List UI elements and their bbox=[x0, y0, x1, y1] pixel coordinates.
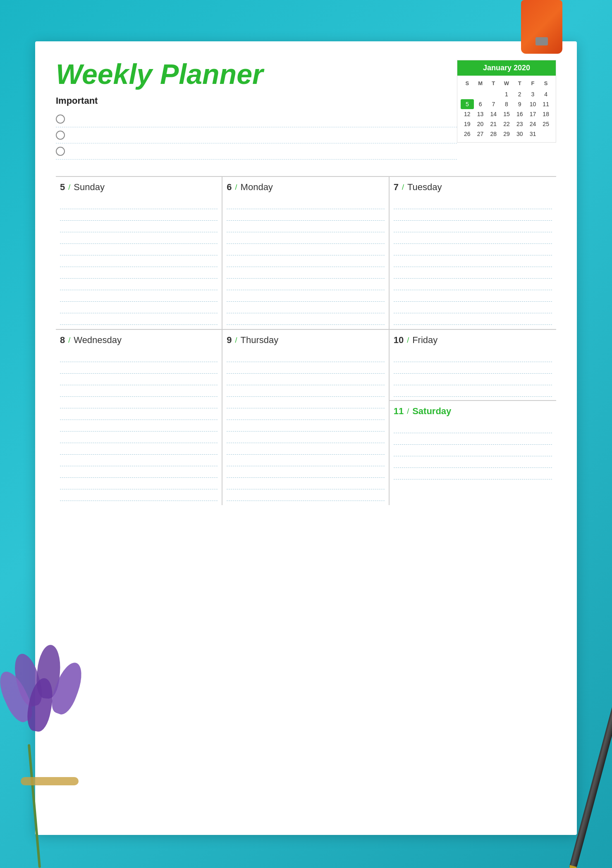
tuesday-lines bbox=[394, 198, 552, 325]
friday-name: Friday bbox=[412, 335, 437, 346]
cal-label-w: W bbox=[500, 79, 513, 88]
cal-week-1: 1 2 3 4 bbox=[461, 89, 552, 99]
wednesday-slash: / bbox=[68, 336, 70, 345]
monday-slash: / bbox=[235, 183, 237, 192]
page-title: Weekly Planner bbox=[56, 60, 457, 88]
day-tuesday: 7 / Tuesday bbox=[390, 177, 556, 329]
checkbox-1[interactable] bbox=[56, 114, 65, 124]
cal-week-2: 5 6 7 8 9 10 11 bbox=[461, 99, 552, 109]
cal-label-s2: S bbox=[539, 79, 552, 88]
calendar-header: January 2020 bbox=[457, 60, 556, 76]
monday-lines bbox=[227, 198, 384, 325]
cal-week-3: 12 13 14 15 16 17 18 bbox=[461, 109, 552, 119]
monday-header: 6 / Monday bbox=[227, 182, 384, 193]
cal-label-f: F bbox=[526, 79, 540, 88]
day-thursday: 9 / Thursday bbox=[222, 330, 389, 505]
planner-page: Weekly Planner Important January bbox=[35, 41, 577, 835]
calendar-day-labels: S M T W T F S bbox=[461, 79, 552, 88]
sunday-slash: / bbox=[68, 183, 70, 192]
header-left: Weekly Planner Important bbox=[56, 60, 457, 166]
checkbox-row-2 bbox=[56, 127, 457, 143]
checkbox-2[interactable] bbox=[56, 131, 65, 140]
monday-name: Monday bbox=[241, 182, 273, 193]
wednesday-name: Wednesday bbox=[74, 335, 122, 346]
thursday-slash: / bbox=[235, 336, 237, 345]
thursday-header: 9 / Thursday bbox=[227, 335, 384, 346]
friday-lines bbox=[394, 351, 552, 397]
important-section: Important bbox=[56, 95, 457, 160]
day-friday-saturday-column: 10 / Friday 11 / Saturday bbox=[390, 330, 556, 505]
sunday-lines bbox=[60, 198, 218, 325]
thursday-lines bbox=[227, 351, 384, 501]
thursday-num: 9 bbox=[227, 335, 232, 346]
day-sunday: 5 / Sunday bbox=[56, 177, 222, 329]
monday-num: 6 bbox=[227, 182, 232, 193]
calendar-grid: S M T W T F S 1 2 3 4 bbox=[457, 76, 556, 142]
day-friday: 10 / Friday bbox=[390, 330, 556, 401]
cal-label-s1: S bbox=[461, 79, 474, 88]
mini-calendar: January 2020 S M T W T F S 1 2 3 bbox=[457, 60, 556, 143]
sunday-header: 5 / Sunday bbox=[60, 182, 218, 193]
day-wednesday: 8 / Wednesday bbox=[56, 330, 222, 505]
wednesday-num: 8 bbox=[60, 335, 65, 346]
sunday-num: 5 bbox=[60, 182, 65, 193]
sharpener-decoration bbox=[521, 0, 562, 54]
important-label: Important bbox=[56, 95, 457, 106]
tuesday-slash: / bbox=[402, 183, 404, 192]
cal-label-m: M bbox=[474, 79, 487, 88]
tuesday-header: 7 / Tuesday bbox=[394, 182, 552, 193]
thursday-name: Thursday bbox=[241, 335, 279, 346]
days-bottom-row: 8 / Wednesday 9 bbox=[56, 329, 556, 505]
friday-header: 10 / Friday bbox=[394, 335, 552, 346]
planner-header: Weekly Planner Important January bbox=[56, 60, 556, 166]
cal-week-5: 26 27 28 29 30 31 bbox=[461, 129, 552, 139]
day-saturday: 11 / Saturday bbox=[390, 401, 556, 505]
day-monday: 6 / Monday bbox=[222, 177, 389, 329]
days-top-row: 5 / Sunday 6 / Monday bbox=[56, 176, 556, 329]
sunday-name: Sunday bbox=[74, 182, 105, 193]
cal-label-t1: T bbox=[487, 79, 500, 88]
checkbox-3[interactable] bbox=[56, 147, 65, 156]
saturday-lines bbox=[394, 422, 552, 479]
cal-week-4: 19 20 21 22 23 24 25 bbox=[461, 119, 552, 129]
friday-slash: / bbox=[407, 336, 409, 345]
saturday-header: 11 / Saturday bbox=[394, 406, 552, 417]
wednesday-header: 8 / Wednesday bbox=[60, 335, 218, 346]
checkbox-row-1 bbox=[56, 111, 457, 127]
saturday-slash: / bbox=[407, 407, 409, 416]
checkbox-row-3 bbox=[56, 143, 457, 160]
flowers-decoration bbox=[0, 620, 99, 868]
wednesday-lines bbox=[60, 351, 218, 501]
tuesday-num: 7 bbox=[394, 182, 399, 193]
tuesday-name: Tuesday bbox=[407, 182, 442, 193]
saturday-num: 11 bbox=[394, 406, 404, 417]
checkbox-list bbox=[56, 111, 457, 160]
friday-num: 10 bbox=[394, 335, 404, 346]
cal-label-t2: T bbox=[513, 79, 526, 88]
saturday-name: Saturday bbox=[412, 406, 451, 417]
